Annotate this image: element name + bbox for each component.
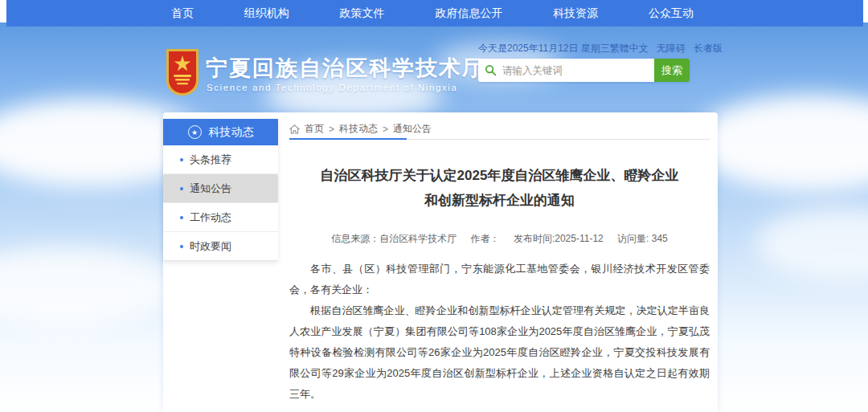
- article-paragraph: 根据自治区雏鹰企业、瞪羚企业和创新型标杆企业认定管理有关规定，决定认定半亩良人农…: [289, 300, 710, 405]
- sidebar-item-label: 通知公告: [190, 182, 231, 196]
- article-paragraph: 各市、县（区）科技管理部门，宁东能源化工基地管委会，银川经济技术开发区管委会，各…: [289, 259, 710, 300]
- main-content: 首页 > 科技动态 > 通知公告 自治区科技厅关于认定2025年度自治区雏鹰企业…: [289, 119, 710, 412]
- sidebar-item-label: 头条推荐: [190, 153, 231, 167]
- nav-item-interaction[interactable]: 公众互动: [641, 0, 702, 27]
- article-body: 各市、县（区）科技管理部门，宁东能源化工基地管委会，银川经济技术开发区管委会，各…: [289, 259, 710, 405]
- breadcrumb-separator: >: [329, 124, 334, 135]
- nav-item-resources[interactable]: 科技资源: [545, 0, 606, 27]
- cloud-decoration: [755, 207, 868, 279]
- sidebar-header: ★ 科技动态: [163, 119, 278, 145]
- site-header: 宁夏回族自治区科学技术厅 Science and Technology Depa…: [0, 27, 868, 112]
- link-accessibility[interactable]: 无障碍: [657, 42, 686, 55]
- nav-item-organization[interactable]: 组织机构: [236, 0, 297, 27]
- search-button[interactable]: 搜索: [654, 59, 690, 82]
- breadcrumb-current: 通知公告: [393, 122, 432, 136]
- site-subtitle: Science and Technology Department of Nin…: [207, 83, 457, 92]
- meta-source: 信息来源：自治区科学技术厅: [331, 233, 457, 244]
- meta-views: 访问量: 345: [617, 233, 668, 244]
- article-meta: 信息来源：自治区科学技术厅 作者： 发布时间:2025-11-12 访问量: 3…: [289, 232, 710, 246]
- bullet-dot-icon: [180, 187, 183, 190]
- sidebar-item-politics-news[interactable]: 时政要闻: [163, 232, 278, 261]
- nav-item-home[interactable]: 首页: [163, 0, 202, 27]
- nav-item-gov-info[interactable]: 政府信息公开: [427, 0, 510, 27]
- top-navigation-bar: 首页 组织机构 政策文件 政府信息公开 科技资源 公众互动: [6, 0, 863, 27]
- bullet-dot-icon: [180, 216, 183, 219]
- bullet-dot-icon: [180, 158, 183, 161]
- search-icon: [478, 59, 502, 82]
- star-circle-icon: ★: [188, 125, 202, 139]
- home-icon: [289, 124, 300, 134]
- article-title-line1: 自治区科技厅关于认定2025年度自治区雏鹰企业、瞪羚企业: [289, 164, 710, 189]
- cloud-decoration: [0, 247, 177, 328]
- sidebar-item-label: 时政要闻: [190, 239, 231, 254]
- breadcrumb: 首页 > 科技动态 > 通知公告: [289, 119, 710, 140]
- article-title: 自治区科技厅关于认定2025年度自治区雏鹰企业、瞪羚企业 和创新型标杆企业的通知: [289, 164, 710, 213]
- sidebar-item-headlines[interactable]: 头条推荐: [163, 145, 278, 174]
- breadcrumb-tech-news[interactable]: 科技动态: [339, 122, 378, 136]
- site-title: 宁夏回族自治区科学技术厅: [206, 54, 485, 83]
- breadcrumb-separator: >: [383, 124, 388, 135]
- sidebar-item-notices[interactable]: 通知公告: [163, 174, 278, 203]
- sidebar-title: 科技动态: [209, 125, 254, 140]
- link-traditional-chinese[interactable]: 繁體中文: [610, 42, 649, 55]
- meta-publish-time: 发布时间:2025-11-12: [514, 233, 604, 244]
- meta-author: 作者：: [471, 233, 500, 244]
- bullet-dot-icon: [180, 245, 183, 248]
- sidebar-item-work-news[interactable]: 工作动态: [163, 203, 278, 232]
- current-date-text: 今天是2025年11月12日 星期三: [478, 42, 610, 55]
- breadcrumb-home[interactable]: 首页: [305, 122, 324, 136]
- link-elder-version[interactable]: 长者版: [694, 42, 723, 55]
- content-panel: ★ 科技动态 头条推荐 通知公告 工作动态 时政要闻 首页 > 科技动态: [163, 112, 718, 412]
- nav-item-policy[interactable]: 政策文件: [332, 0, 393, 27]
- national-emblem-logo: [164, 47, 201, 97]
- sidebar: ★ 科技动态 头条推荐 通知公告 工作动态 时政要闻: [163, 119, 278, 261]
- search-input[interactable]: [502, 59, 654, 82]
- search-bar: 搜索: [478, 59, 690, 82]
- article-title-line2: 和创新型标杆企业的通知: [289, 189, 710, 214]
- sidebar-item-label: 工作动态: [190, 210, 231, 225]
